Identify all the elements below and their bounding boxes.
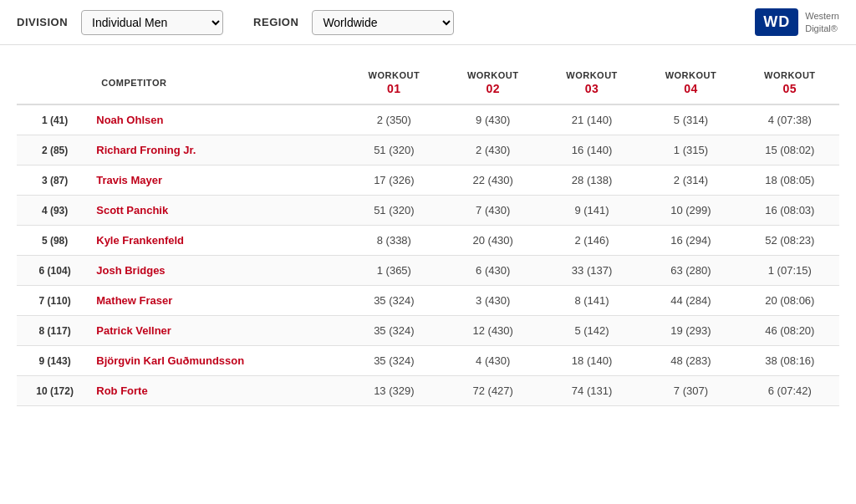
cell-name: Kyle Frankenfeld <box>93 226 344 256</box>
cell-name: Noah Ohlsen <box>93 104 344 135</box>
col-rank-header <box>17 62 93 104</box>
cell-name: Björgvin Karl Guðmundsson <box>93 346 344 376</box>
cell-score: 38 (08:16) <box>741 346 839 376</box>
main-content: COMPETITOR WORKOUT 01 WORKOUT 02 WORKOUT… <box>0 45 856 415</box>
cell-score: 20 (08:06) <box>741 286 839 316</box>
cell-rank: 5 (98) <box>17 226 93 256</box>
cell-name: Mathew Fraser <box>93 286 344 316</box>
cell-score: 1 (315) <box>641 135 740 165</box>
cell-rank: 1 (41) <box>17 104 93 135</box>
cell-score: 35 (324) <box>344 346 443 376</box>
table-header-row: COMPETITOR WORKOUT 01 WORKOUT 02 WORKOUT… <box>17 62 839 104</box>
cell-score: 12 (430) <box>444 316 543 346</box>
table-row: 3 (87)Travis Mayer17 (326)22 (430)28 (13… <box>17 165 839 196</box>
cell-score: 13 (329) <box>344 376 443 406</box>
cell-score: 6 (430) <box>444 256 543 286</box>
table-row: 2 (85)Richard Froning Jr.51 (320)2 (430)… <box>17 135 839 165</box>
cell-name: Scott Panchik <box>93 196 344 226</box>
col-workout1-header: WORKOUT 01 <box>344 62 443 104</box>
cell-score: 5 (142) <box>543 316 641 346</box>
cell-score: 7 (307) <box>641 376 740 406</box>
cell-score: 28 (138) <box>543 165 641 196</box>
cell-score: 17 (326) <box>344 165 443 196</box>
header-bar: DIVISION Individual Men Individual Women… <box>0 0 856 45</box>
region-label: REGION <box>253 16 298 28</box>
cell-score: 19 (293) <box>641 316 740 346</box>
table-row: 5 (98)Kyle Frankenfeld8 (338)20 (430)2 (… <box>17 226 839 256</box>
cell-score: 18 (08:05) <box>741 165 839 196</box>
cell-rank: 4 (93) <box>17 196 93 226</box>
division-select[interactable]: Individual Men Individual Women Team <box>81 10 223 35</box>
leaderboard-table: COMPETITOR WORKOUT 01 WORKOUT 02 WORKOUT… <box>17 62 839 406</box>
cell-score: 52 (08:23) <box>741 226 839 256</box>
cell-score: 74 (131) <box>543 376 641 406</box>
cell-score: 9 (430) <box>444 104 543 135</box>
region-select[interactable]: Worldwide North America Europe <box>312 10 454 35</box>
table-row: 4 (93)Scott Panchik51 (320)7 (430)9 (141… <box>17 196 839 226</box>
cell-score: 4 (07:38) <box>741 104 839 135</box>
cell-score: 6 (07:42) <box>741 376 839 406</box>
cell-rank: 9 (143) <box>17 346 93 376</box>
cell-score: 18 (140) <box>543 346 641 376</box>
col-workout3-header: WORKOUT 03 <box>543 62 641 104</box>
col-workout5-header: WORKOUT 05 <box>741 62 839 104</box>
table-row: 8 (117)Patrick Vellner35 (324)12 (430)5 … <box>17 316 839 346</box>
cell-score: 5 (314) <box>641 104 740 135</box>
wd-logo: WD Western Digital® <box>755 8 839 36</box>
cell-score: 2 (314) <box>641 165 740 196</box>
cell-score: 8 (141) <box>543 286 641 316</box>
table-row: 7 (110)Mathew Fraser35 (324)3 (430)8 (14… <box>17 286 839 316</box>
cell-score: 51 (320) <box>344 135 443 165</box>
cell-score: 15 (08:02) <box>741 135 839 165</box>
cell-score: 33 (137) <box>543 256 641 286</box>
cell-score: 48 (283) <box>641 346 740 376</box>
cell-score: 2 (146) <box>543 226 641 256</box>
cell-score: 1 (07:15) <box>741 256 839 286</box>
cell-score: 20 (430) <box>444 226 543 256</box>
cell-score: 9 (141) <box>543 196 641 226</box>
cell-score: 51 (320) <box>344 196 443 226</box>
cell-score: 22 (430) <box>444 165 543 196</box>
table-row: 6 (104)Josh Bridges1 (365)6 (430)33 (137… <box>17 256 839 286</box>
cell-score: 3 (430) <box>444 286 543 316</box>
cell-rank: 3 (87) <box>17 165 93 196</box>
cell-score: 72 (427) <box>444 376 543 406</box>
cell-score: 2 (430) <box>444 135 543 165</box>
col-competitor-header: COMPETITOR <box>93 62 344 104</box>
cell-name: Patrick Vellner <box>93 316 344 346</box>
division-label: DIVISION <box>17 16 68 28</box>
cell-rank: 10 (172) <box>17 376 93 406</box>
cell-score: 16 (08:03) <box>741 196 839 226</box>
cell-score: 4 (430) <box>444 346 543 376</box>
cell-score: 2 (350) <box>344 104 443 135</box>
cell-score: 21 (140) <box>543 104 641 135</box>
wd-badge-icon: WD <box>755 8 798 36</box>
cell-name: Travis Mayer <box>93 165 344 196</box>
cell-score: 7 (430) <box>444 196 543 226</box>
col-workout2-header: WORKOUT 02 <box>444 62 543 104</box>
cell-score: 16 (140) <box>543 135 641 165</box>
cell-score: 35 (324) <box>344 286 443 316</box>
cell-rank: 6 (104) <box>17 256 93 286</box>
table-row: 9 (143)Björgvin Karl Guðmundsson35 (324)… <box>17 346 839 376</box>
cell-score: 16 (294) <box>641 226 740 256</box>
cell-score: 35 (324) <box>344 316 443 346</box>
wd-brand-text: Western Digital® <box>805 10 839 34</box>
cell-rank: 8 (117) <box>17 316 93 346</box>
cell-name: Rob Forte <box>93 376 344 406</box>
cell-score: 1 (365) <box>344 256 443 286</box>
cell-score: 46 (08:20) <box>741 316 839 346</box>
cell-name: Richard Froning Jr. <box>93 135 344 165</box>
cell-name: Josh Bridges <box>93 256 344 286</box>
table-row: 10 (172)Rob Forte13 (329)72 (427)74 (131… <box>17 376 839 406</box>
col-workout4-header: WORKOUT 04 <box>641 62 740 104</box>
cell-score: 10 (299) <box>641 196 740 226</box>
cell-rank: 7 (110) <box>17 286 93 316</box>
cell-score: 8 (338) <box>344 226 443 256</box>
cell-rank: 2 (85) <box>17 135 93 165</box>
table-row: 1 (41)Noah Ohlsen2 (350)9 (430)21 (140)5… <box>17 104 839 135</box>
cell-score: 63 (280) <box>641 256 740 286</box>
cell-score: 44 (284) <box>641 286 740 316</box>
table-body: 1 (41)Noah Ohlsen2 (350)9 (430)21 (140)5… <box>17 104 839 406</box>
